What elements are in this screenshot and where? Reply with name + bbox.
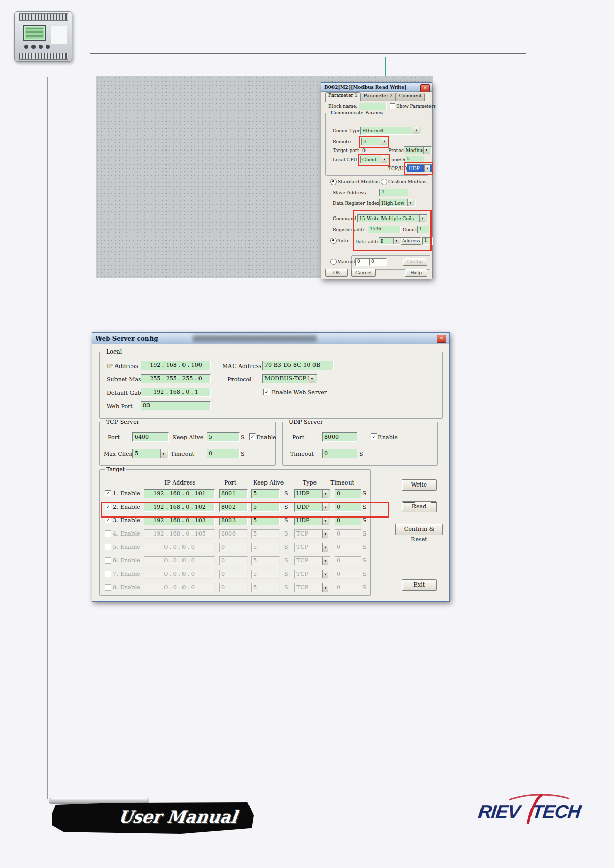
- data-addr-select[interactable]: I▼: [379, 237, 402, 245]
- config-button[interactable]: Config: [403, 258, 427, 266]
- target-type-select[interactable]: UDP▼: [294, 489, 330, 498]
- target-timeout-input[interactable]: 0: [335, 529, 361, 539]
- target-keep-alive-input[interactable]: 5: [251, 503, 280, 512]
- target-port-input[interactable]: 8001: [219, 489, 248, 498]
- target-ip-input[interactable]: 0 . 0 . 0 . 0: [144, 556, 215, 565]
- target-keep-alive-input[interactable]: 5: [251, 489, 280, 498]
- tcp-keep-alive-input[interactable]: 5: [207, 432, 240, 442]
- manual-input-2[interactable]: 0: [369, 258, 387, 266]
- manual-radio[interactable]: [330, 259, 337, 265]
- target-enable-checkbox[interactable]: [105, 584, 111, 591]
- ok-button[interactable]: OK: [325, 269, 348, 277]
- target-type-select[interactable]: TCP▼: [294, 556, 330, 565]
- close-icon[interactable]: ✕: [437, 335, 446, 343]
- chevron-down-icon[interactable]: ▼: [322, 516, 328, 525]
- help-button[interactable]: Help: [405, 269, 427, 277]
- tcp-enable-checkbox[interactable]: ✓: [249, 433, 256, 440]
- target-timeout-input[interactable]: 0: [335, 583, 361, 592]
- target-timeout-input[interactable]: 0: [335, 570, 361, 579]
- target-timeout-input[interactable]: 0: [335, 489, 361, 498]
- target-enable-checkbox[interactable]: [105, 557, 111, 564]
- mac-address-input[interactable]: 70-B3-D5-8C-10-0B: [262, 361, 334, 370]
- exit-button[interactable]: Exit: [402, 579, 437, 591]
- manual-input-1[interactable]: 0: [355, 258, 370, 266]
- target-enable-checkbox[interactable]: ✓: [105, 490, 111, 497]
- udp-port-input[interactable]: 8000: [322, 432, 357, 442]
- target-port-input[interactable]: 8003: [219, 516, 248, 525]
- block-name-input[interactable]: [359, 103, 387, 110]
- target-keep-alive-input[interactable]: 5: [251, 529, 280, 539]
- read-button[interactable]: Read: [402, 501, 437, 512]
- tcp-udp-select[interactable]: UDP▼: [407, 164, 433, 172]
- custom-modbus-radio[interactable]: [381, 179, 387, 185]
- chevron-down-icon[interactable]: ▼: [381, 156, 387, 163]
- target-port-value[interactable]: 0: [362, 148, 366, 153]
- subnet-mask-input[interactable]: 255 . 255 . 255 . 0: [141, 374, 211, 383]
- tcp-timeout-input[interactable]: 0: [207, 449, 240, 458]
- target-enable-checkbox[interactable]: [105, 571, 111, 577]
- target-ip-input[interactable]: 192 . 168 . 0 . 102: [144, 503, 215, 512]
- target-type-select[interactable]: TCP▼: [294, 570, 330, 579]
- target-timeout-input[interactable]: 0: [335, 543, 361, 552]
- target-enable-checkbox[interactable]: [105, 530, 111, 537]
- slave-address-input[interactable]: 1: [379, 189, 408, 196]
- chevron-down-icon[interactable]: ▼: [393, 238, 400, 244]
- target-port-input[interactable]: 0: [219, 570, 248, 579]
- target-ip-input[interactable]: 192 . 168 . 0 . 103: [144, 516, 215, 525]
- chevron-down-icon[interactable]: ▼: [322, 570, 328, 578]
- chevron-down-icon[interactable]: ▼: [322, 543, 328, 552]
- register-addr-input[interactable]: 1536: [368, 226, 401, 233]
- target-ip-input[interactable]: 0 . 0 . 0 . 0: [144, 543, 215, 552]
- target-timeout-input[interactable]: 0: [335, 556, 361, 565]
- target-type-select[interactable]: TCP▼: [294, 543, 330, 552]
- chevron-down-icon[interactable]: ▼: [309, 375, 315, 383]
- comm-type-select[interactable]: Ethernet▼: [360, 127, 421, 135]
- chevron-down-icon[interactable]: ▼: [407, 199, 413, 206]
- data-register-index-select[interactable]: High Low▼: [379, 199, 416, 207]
- ip-address-input[interactable]: 192 . 168 . 0 . 100: [141, 361, 211, 370]
- target-ip-input[interactable]: 0 . 0 . 0 . 0: [144, 583, 215, 592]
- target-type-select[interactable]: UDP▼: [294, 516, 330, 525]
- command-select[interactable]: 15 Write Multiple Coils▼: [357, 214, 427, 222]
- target-type-select[interactable]: TCP▼: [294, 583, 330, 592]
- count-input[interactable]: 1: [417, 226, 429, 233]
- target-type-select[interactable]: UDP▼: [294, 503, 330, 512]
- target-port-input[interactable]: 8006: [219, 529, 248, 539]
- tab-parameter-1[interactable]: Parameter 1: [325, 92, 360, 102]
- standard-modbus-radio[interactable]: [330, 179, 337, 185]
- chevron-down-icon[interactable]: ▼: [423, 147, 429, 154]
- target-enable-checkbox[interactable]: [105, 544, 111, 550]
- udp-timeout-input[interactable]: 0: [322, 449, 357, 458]
- target-timeout-input[interactable]: 0: [335, 516, 361, 525]
- protocol-select[interactable]: Modbus TCP▼: [404, 146, 432, 154]
- confirm-reset-button[interactable]: Confirm & Reset: [395, 524, 443, 535]
- timeout-input[interactable]: 5: [405, 156, 424, 163]
- enable-web-server-checkbox[interactable]: ✓: [263, 389, 270, 395]
- target-enable-checkbox[interactable]: ✓: [105, 517, 111, 524]
- address-input[interactable]: 1: [422, 237, 433, 245]
- target-port-input[interactable]: 0: [219, 556, 248, 565]
- web-port-input[interactable]: 80: [141, 401, 211, 410]
- target-type-select[interactable]: TCP▼: [294, 529, 330, 539]
- target-keep-alive-input[interactable]: 5: [251, 583, 280, 592]
- tab-comment[interactable]: Comment: [396, 93, 425, 101]
- chevron-down-icon[interactable]: ▼: [322, 557, 328, 565]
- target-keep-alive-input[interactable]: 5: [251, 556, 280, 565]
- chevron-down-icon[interactable]: ▼: [419, 215, 425, 222]
- target-port-input[interactable]: 0: [219, 583, 248, 592]
- target-ip-input[interactable]: 192 . 168 . 0 . 101: [144, 489, 215, 498]
- target-timeout-input[interactable]: 0: [335, 503, 361, 512]
- chevron-down-icon[interactable]: ▼: [322, 583, 328, 592]
- target-ip-input[interactable]: 192 . 168 . 0 . 105: [144, 529, 215, 539]
- auto-radio[interactable]: [330, 238, 337, 244]
- chevron-down-icon[interactable]: ▼: [322, 503, 328, 511]
- chevron-down-icon[interactable]: ▼: [322, 530, 328, 538]
- chevron-down-icon[interactable]: ▼: [322, 490, 328, 498]
- write-button[interactable]: Write: [402, 479, 437, 491]
- default-gateway-input[interactable]: 192 . 168 . 0 . 1: [141, 388, 211, 397]
- show-parameters-checkbox[interactable]: [390, 103, 395, 109]
- tab-parameter-2[interactable]: Parameter 2: [360, 93, 395, 101]
- target-port-input[interactable]: 0: [219, 543, 248, 552]
- target-keep-alive-input[interactable]: 5: [251, 543, 280, 552]
- close-icon[interactable]: ✕: [420, 84, 430, 92]
